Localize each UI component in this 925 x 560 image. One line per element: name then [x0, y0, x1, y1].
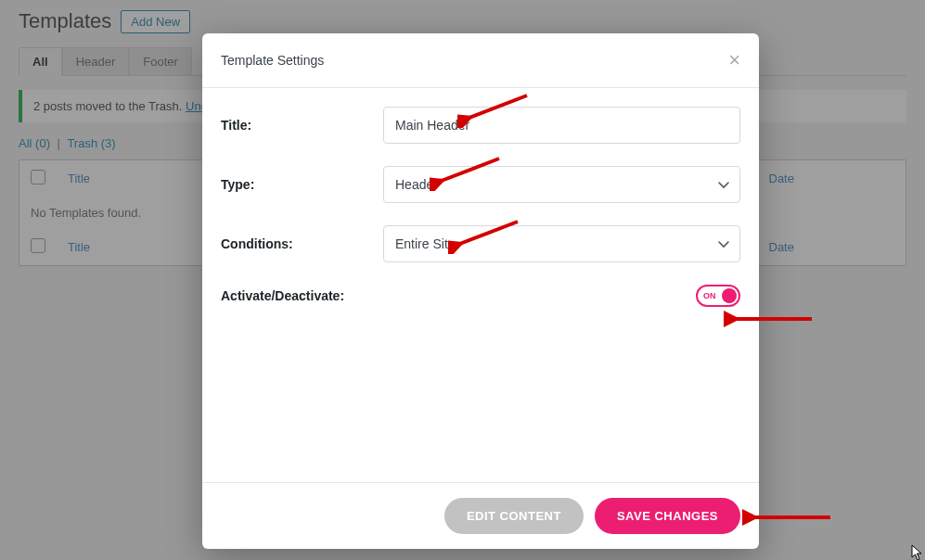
cursor-icon	[911, 544, 924, 560]
template-settings-modal: Template Settings × Title: Type: Header …	[202, 33, 759, 549]
title-label: Title:	[221, 118, 383, 133]
save-changes-button[interactable]: SAVE CHANGES	[595, 498, 740, 534]
modal-title: Template Settings	[221, 53, 324, 68]
conditions-label: Conditions:	[221, 236, 383, 251]
type-label: Type:	[221, 177, 383, 192]
close-icon[interactable]: ×	[728, 50, 740, 70]
edit-content-button[interactable]: EDIT CONTENT	[444, 498, 584, 534]
conditions-select[interactable]: Entire Site	[383, 225, 740, 262]
toggle-on-label: ON	[703, 291, 716, 300]
type-select[interactable]: Header	[383, 166, 740, 203]
activate-toggle[interactable]: ON	[696, 285, 740, 307]
activate-label: Activate/Deactivate:	[221, 288, 344, 303]
title-input[interactable]	[383, 107, 740, 144]
